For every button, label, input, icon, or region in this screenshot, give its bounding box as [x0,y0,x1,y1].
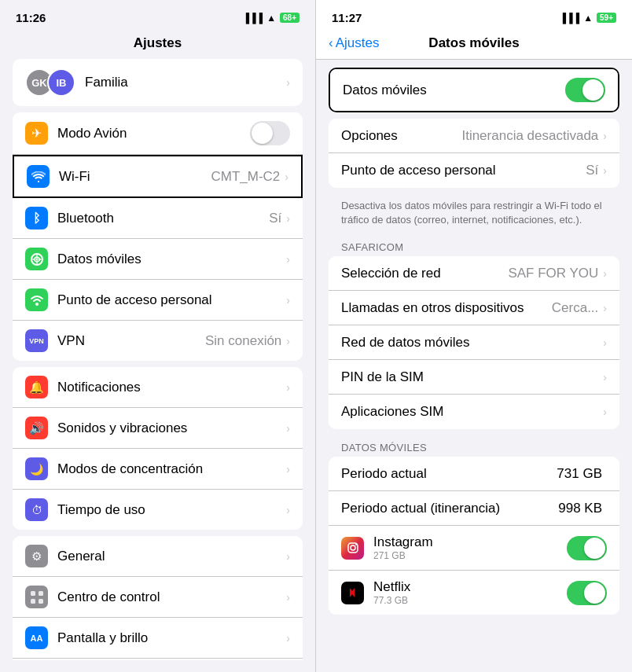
datos-moviles-left-row[interactable]: Datos móviles › [13,239,303,280]
tiempo-uso-row[interactable]: ⏱ Tiempo de uso › [13,490,303,530]
sonidos-chevron: › [286,422,290,435]
hotspot-icon [25,288,48,311]
hotspot-left-row[interactable]: Punto de acceso personal › [13,280,303,321]
datos-moviles-main-row[interactable]: Datos móviles [330,69,618,111]
vpn-chevron: › [286,335,290,347]
notificaciones-icon: 🔔 [25,376,48,398]
connectivity-section: ✈ Modo Avión Wi-Fi CMT_M-C2 › [13,112,303,361]
right-status-bar: 11:27 ▐▐▐ ▲ 59+ [316,0,632,29]
vpn-icon: VPN [25,329,48,352]
general-chevron: › [286,550,290,563]
centro-control-icon [25,586,48,608]
datos-moviles-toggle[interactable] [565,78,605,102]
right-phone-panel: 11:27 ▐▐▐ ▲ 59+ ‹ Ajustes Datos móviles … [316,0,632,672]
netflix-name: Netflix [373,579,567,595]
modo-avion-toggle[interactable] [250,121,290,145]
left-page-title: Ajustes [134,35,182,51]
vpn-row[interactable]: VPN VPN Sin conexión › [13,321,303,361]
svg-point-3 [35,303,39,306]
periodo-itinerancia-row: Periodo actual (itinerancia) 998 KB [329,491,619,526]
instagram-app-icon [341,537,364,560]
netflix-toggle[interactable] [567,581,607,605]
right-page-title: Datos móviles [428,35,519,51]
instagram-toggle[interactable] [567,536,607,560]
safaricom-section-label: SAFARICOM [316,235,632,256]
svg-point-18 [351,545,355,550]
sonidos-row[interactable]: 🔊 Sonidos y vibraciones › [13,408,303,449]
periodo-actual-value: 731 GB [557,466,602,482]
red-datos-label: Red de datos móviles [341,335,603,351]
punto-acceso-chevron: › [603,164,607,177]
bluetooth-row[interactable]: ᛒ Bluetooth Sí › [13,198,303,239]
opciones-value: Itinerancia desactivada [461,128,598,144]
punto-acceso-value: Sí [586,163,598,178]
concentracion-label: Modos de concentración [57,461,286,477]
wifi-value: CMT_M-C2 [211,169,280,185]
aplicaciones-sim-row[interactable]: Aplicaciones SIM › [329,395,619,429]
left-status-icons: ▐▐▐ ▲ 68+ [243,13,299,24]
back-button[interactable]: ‹ Ajustes [329,35,379,51]
avatar-ib: IB [47,68,75,97]
sonidos-label: Sonidos y vibraciones [57,420,286,436]
modo-avion-row[interactable]: ✈ Modo Avión [13,112,303,155]
general-row[interactable]: ⚙ General › [13,536,303,577]
wifi-chevron: › [285,171,288,183]
netflix-label-group: Netflix 77.3 GB [373,579,567,606]
instagram-name: Instagram [373,534,567,550]
red-datos-row[interactable]: Red de datos móviles › [329,325,619,360]
back-label: Ajustes [336,35,380,51]
left-status-time: 11:26 [16,11,46,24]
vpn-label: VPN [57,333,205,349]
pin-sim-row[interactable]: PIN de la SIM › [329,360,619,395]
bluetooth-label: Bluetooth [57,211,269,226]
right-settings-content: Datos móviles Opciones Itinerancia desac… [316,60,632,661]
seleccion-red-row[interactable]: Selección de red SAF FOR YOU › [329,256,619,291]
general-label: General [57,549,286,564]
punto-acceso-row[interactable]: Punto de acceso personal Sí › [329,153,619,188]
wifi-row[interactable]: Wi-Fi CMT_M-C2 › [13,155,303,198]
tiempo-uso-icon: ⏱ [25,498,48,521]
right-status-icons: ▐▐▐ ▲ 59+ [560,13,616,24]
notificaciones-chevron: › [286,381,290,394]
netflix-size: 77.3 GB [373,595,567,606]
periodo-itinerancia-value: 998 KB [558,501,602,516]
pantalla-brillo-row[interactable]: AA Pantalla y brillo › [13,618,303,659]
svg-point-19 [355,544,357,545]
notifications-section: 🔔 Notificaciones › 🔊 Sonidos y vibracion… [13,367,303,530]
instagram-size: 271 GB [373,550,567,561]
tiempo-uso-chevron: › [286,504,290,516]
llamadas-row[interactable]: Llamadas en otros dispositivos Cerca... … [329,291,619,325]
periodo-itinerancia-label: Periodo actual (itinerancia) [341,501,558,516]
svg-rect-5 [39,591,43,596]
notificaciones-row[interactable]: 🔔 Notificaciones › [13,367,303,408]
seleccion-red-chevron: › [603,267,607,280]
seleccion-red-label: Selección de red [341,266,508,281]
datos-moviles-left-label: Datos móviles [57,252,286,267]
notificaciones-label: Notificaciones [57,380,286,395]
left-status-bar: 11:26 ▐▐▐ ▲ 68+ [0,0,315,29]
concentracion-icon: 🌙 [25,457,48,480]
pantalla-inicio-row[interactable]: Pantalla de inicio › [13,659,303,660]
profile-row[interactable]: GK IB Familia › [13,59,303,106]
right-status-time: 11:27 [332,11,362,24]
netflix-app-icon [341,582,364,604]
opciones-row[interactable]: Opciones Itinerancia desactivada › [329,119,619,153]
bluetooth-icon: ᛒ [25,207,48,230]
hotspot-left-chevron: › [286,294,290,307]
netflix-row[interactable]: Netflix 77.3 GB [329,571,619,615]
modo-avion-icon: ✈ [25,122,48,145]
datos-moviles-highlighted-group: Datos móviles [329,68,619,112]
concentracion-row[interactable]: 🌙 Modos de concentración › [13,449,303,490]
opciones-label: Opciones [341,128,461,144]
right-nav-header: ‹ Ajustes Datos móviles [316,29,632,60]
instagram-row[interactable]: Instagram 271 GB [329,526,619,571]
llamadas-chevron: › [603,302,607,314]
safaricom-section: Selección de red SAF FOR YOU › Llamadas … [329,256,619,429]
centro-control-row[interactable]: Centro de control › [13,577,303,618]
vpn-value: Sin conexión [205,333,281,349]
datos-moviles-section-label: DATOS MÓVILES [316,435,632,457]
info-text: Desactiva los datos móviles para restrin… [316,194,632,235]
profile-label: Familia [85,75,286,90]
sonidos-icon: 🔊 [25,417,48,439]
periodo-actual-label: Periodo actual [341,466,557,482]
